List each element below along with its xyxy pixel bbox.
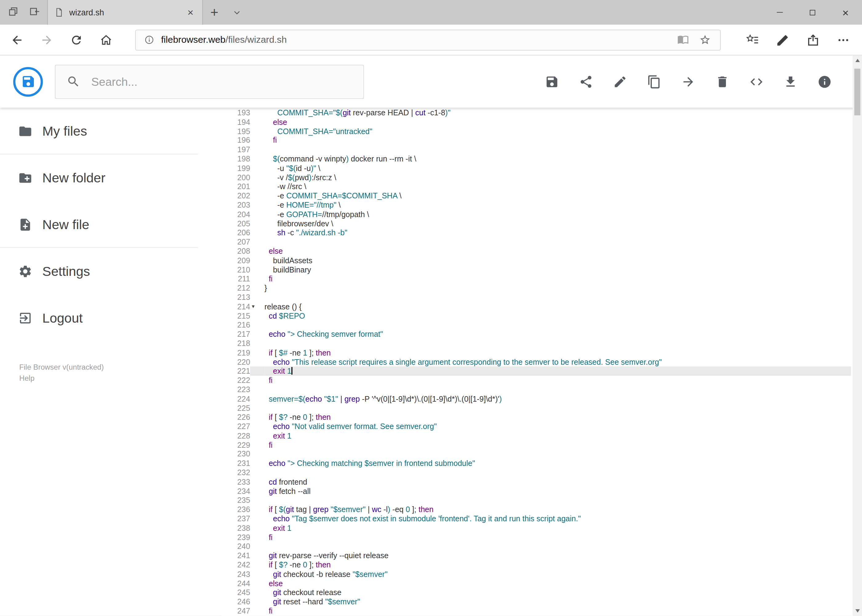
help-link[interactable]: Help xyxy=(19,373,221,384)
code-line-245[interactable]: 245 git checkout release xyxy=(221,588,851,597)
url-text[interactable]: filebrowser.web/files/wizard.sh xyxy=(161,35,287,46)
close-button[interactable]: × xyxy=(829,0,862,25)
code-line-224[interactable]: 224 semver=$(echo "$1" | grep -P '^v(0|[… xyxy=(221,394,851,404)
sidebar-item-new-file[interactable]: New file xyxy=(0,201,221,248)
code-line-214[interactable]: 214▾release () { xyxy=(221,302,851,311)
code-line-213[interactable]: 213 xyxy=(221,293,851,302)
code-line-236[interactable]: 236 if [ $(git tag | grep "$semver" | wc… xyxy=(221,505,851,514)
code-line-233[interactable]: 233 cd frontend xyxy=(221,477,851,487)
code-line-232[interactable]: 232 xyxy=(221,468,851,477)
code-line-196[interactable]: 196 fi xyxy=(221,136,851,145)
code-line-229[interactable]: 229 fi xyxy=(221,440,851,449)
code-line-228[interactable]: 228 exit 1 xyxy=(221,431,851,440)
code-line-216[interactable]: 216 xyxy=(221,321,851,330)
share-button[interactable] xyxy=(579,74,593,89)
page-scrollbar[interactable] xyxy=(853,55,862,616)
maximize-button[interactable] xyxy=(796,0,829,25)
code-line-210[interactable]: 210 buildBinary xyxy=(221,265,851,274)
browser-tab[interactable]: wizard.sh × xyxy=(47,0,203,25)
tabs-set-aside-button[interactable] xyxy=(3,3,23,22)
code-line-199[interactable]: 199 -u "$(id -u)" \ xyxy=(221,163,851,173)
code-line-201[interactable]: 201 -w //src \ xyxy=(221,182,851,191)
code-line-222[interactable]: 222 fi xyxy=(221,376,851,385)
hub-button[interactable] xyxy=(737,24,767,55)
code-line-197[interactable]: 197 xyxy=(221,145,851,154)
code-line-238[interactable]: 238 exit 1 xyxy=(221,523,851,533)
download-button[interactable] xyxy=(783,74,798,89)
sidebar-item-my-files[interactable]: My files xyxy=(0,108,221,154)
code-line-225[interactable]: 225 xyxy=(221,404,851,413)
code-line-221[interactable]: 221 exit 1 xyxy=(221,366,851,376)
code-line-200[interactable]: 200 -v /$(pwd):/src:z \ xyxy=(221,173,851,182)
code-line-235[interactable]: 235 xyxy=(221,496,851,505)
sidebar-item-logout[interactable]: Logout xyxy=(0,294,221,341)
move-button[interactable] xyxy=(681,74,695,89)
copy-button[interactable] xyxy=(647,74,661,89)
code-line-220[interactable]: 220 echo "This release script requires a… xyxy=(221,357,851,366)
minimize-button[interactable] xyxy=(763,0,796,25)
site-info-icon[interactable] xyxy=(140,35,158,45)
code-line-195[interactable]: 195 COMMIT_SHA="untracked" xyxy=(221,127,851,136)
code-line-205[interactable]: 205 filebrowser/dev \ xyxy=(221,219,851,228)
code-line-244[interactable]: 244 else xyxy=(221,579,851,588)
search-box[interactable] xyxy=(55,64,364,99)
address-bar[interactable]: filebrowser.web/files/wizard.sh xyxy=(135,30,720,50)
save-button[interactable] xyxy=(545,74,559,89)
code-line-218[interactable]: 218 xyxy=(221,339,851,348)
code-line-198[interactable]: 198 $(command -v winpty) docker run --rm… xyxy=(221,154,851,163)
scroll-down-icon[interactable] xyxy=(855,609,860,613)
code-line-215[interactable]: 215 cd $REPO xyxy=(221,311,851,321)
code-line-246[interactable]: 246 git reset --hard "$semver" xyxy=(221,597,851,607)
reading-view-button[interactable] xyxy=(672,30,694,50)
delete-button[interactable] xyxy=(715,74,730,89)
code-line-242[interactable]: 242 if [ $? -ne 0 ]; then xyxy=(221,560,851,570)
code-line-226[interactable]: 226 if [ $? -ne 0 ]; then xyxy=(221,413,851,422)
tab-preview-chevron-icon[interactable] xyxy=(226,0,248,25)
fold-marker-icon[interactable]: ▾ xyxy=(252,302,255,311)
web-note-button[interactable] xyxy=(767,24,798,55)
refresh-button[interactable] xyxy=(61,24,91,55)
code-line-202[interactable]: 202 -e COMMIT_SHA=$COMMIT_SHA \ xyxy=(221,191,851,201)
code-line-208[interactable]: 208 else xyxy=(221,247,851,256)
code-line-234[interactable]: 234 git fetch --all xyxy=(221,487,851,496)
new-tab-button[interactable]: + xyxy=(203,0,226,25)
code-line-243[interactable]: 243 git checkout -b release "$semver" xyxy=(221,570,851,579)
app-logo[interactable] xyxy=(13,67,43,96)
scrollbar-thumb[interactable] xyxy=(854,69,860,115)
code-line-219[interactable]: 219 if [ $# -ne 1 ]; then xyxy=(221,348,851,357)
code-line-239[interactable]: 239 fi xyxy=(221,533,851,542)
info-button[interactable] xyxy=(817,74,832,89)
search-input[interactable] xyxy=(90,74,352,89)
code-line-203[interactable]: 203 -e HOME="//tmp" \ xyxy=(221,201,851,210)
tab-close-icon[interactable]: × xyxy=(185,6,196,19)
sidebar-item-settings[interactable]: Settings xyxy=(0,248,221,295)
sidebar-item-new-folder[interactable]: New folder xyxy=(0,154,221,201)
code-line-237[interactable]: 237 echo "Tag $semver does not exist in … xyxy=(221,514,851,523)
code-line-227[interactable]: 227 echo "Not valid semver format. See s… xyxy=(221,422,851,431)
code-line-223[interactable]: 223 xyxy=(221,385,851,394)
forward-button[interactable] xyxy=(32,24,61,55)
scroll-up-icon[interactable] xyxy=(855,59,860,62)
code-line-204[interactable]: 204 -e GOPATH=//tmp/gopath \ xyxy=(221,210,851,219)
set-tabs-aside-button[interactable] xyxy=(25,3,44,22)
home-button[interactable] xyxy=(91,24,121,55)
code-line-247[interactable]: 247 fi xyxy=(221,607,851,616)
more-button[interactable] xyxy=(828,24,858,55)
code-editor[interactable]: 193 COMMIT_SHA="$(git rev-parse HEAD | c… xyxy=(221,108,862,616)
code-line-230[interactable]: 230 xyxy=(221,449,851,459)
code-line-194[interactable]: 194 else xyxy=(221,118,851,127)
share-button[interactable] xyxy=(798,24,828,55)
code-line-240[interactable]: 240 xyxy=(221,542,851,551)
code-line-209[interactable]: 209 buildAssets xyxy=(221,256,851,265)
code-line-207[interactable]: 207 xyxy=(221,237,851,247)
edit-button[interactable] xyxy=(613,74,627,89)
code-line-211[interactable]: 211 fi xyxy=(221,274,851,284)
favorite-star-button[interactable] xyxy=(694,30,715,50)
code-line-231[interactable]: 231 echo "> Checking matching $semver in… xyxy=(221,459,851,468)
back-button[interactable] xyxy=(2,24,32,55)
code-line-193[interactable]: 193 COMMIT_SHA="$(git rev-parse HEAD | c… xyxy=(221,108,851,118)
code-button[interactable] xyxy=(749,74,764,89)
code-line-217[interactable]: 217 echo "> Checking semver format" xyxy=(221,330,851,339)
code-line-241[interactable]: 241 git rev-parse --verify --quiet relea… xyxy=(221,551,851,560)
code-line-206[interactable]: 206 sh -c "./wizard.sh -b" xyxy=(221,228,851,237)
